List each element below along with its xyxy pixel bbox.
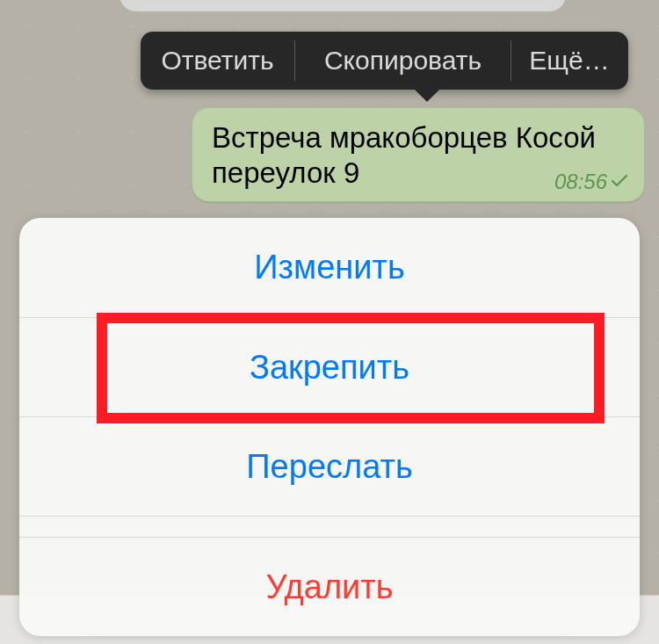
sheet-spacer [19, 516, 640, 537]
sheet-pin[interactable]: Закрепить [19, 317, 640, 416]
sheet-edit[interactable]: Изменить [19, 218, 640, 317]
sheet-forward[interactable]: Переслать [19, 416, 640, 516]
action-sheet: Изменить Закрепить Переслать Удалить [19, 218, 640, 636]
sheet-delete[interactable]: Удалить [19, 537, 640, 636]
